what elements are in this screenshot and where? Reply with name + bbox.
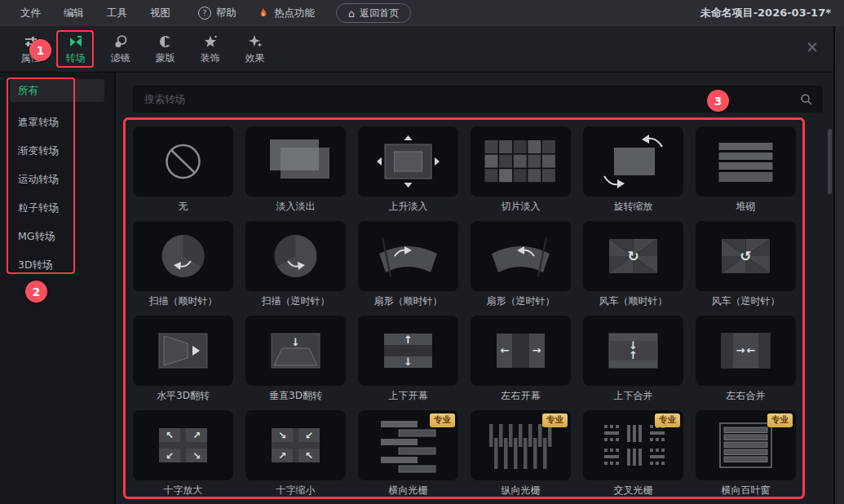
properties-icon	[24, 34, 38, 49]
svg-text:↘: ↘	[192, 450, 201, 462]
vertical-scrollbar[interactable]	[828, 129, 832, 194]
flame-icon	[258, 7, 269, 20]
transition-tile-raster-v[interactable]: 专业纵向光栅	[471, 410, 571, 496]
open-v-icon: ↑↓	[358, 316, 458, 386]
sidebar-item-2[interactable]: 渐变转场	[0, 137, 114, 166]
stack-icon	[696, 126, 796, 197]
transition-tile-flip-v[interactable]: ↓垂直3D翻转	[245, 316, 346, 401]
svg-text:↖: ↖	[305, 450, 313, 462]
transition-thumb: ↺	[696, 221, 796, 291]
transition-thumb: 专业	[471, 410, 571, 480]
sidebar-item-label: 遮罩转场	[18, 116, 59, 130]
transition-label: 交叉光栅	[583, 484, 683, 496]
transition-thumb: ↘↙↗↖	[245, 410, 346, 480]
transition-label: 左右合并	[696, 390, 796, 401]
transition-tile-rise-fade[interactable]: 上升淡入	[358, 126, 458, 212]
transition-tile-crossfade[interactable]: 淡入淡出	[245, 126, 346, 212]
transition-thumb: 专业	[696, 410, 796, 480]
transition-thumb	[358, 126, 458, 197]
fan-cw-icon	[358, 221, 458, 291]
transition-tile-cross-zoom-out[interactable]: ↘↙↗↖十字缩小	[245, 410, 346, 496]
transition-grid: 无淡入淡出上升淡入切片淡入旋转缩放堆砌扫描（顺时针）扫描（逆时针）扇形（顺时针）…	[133, 126, 833, 496]
tab-effects[interactable]: 效果	[232, 33, 277, 65]
transition-tile-fan-cw[interactable]: 扇形（顺时针）	[358, 221, 458, 307]
transition-thumb	[471, 126, 571, 197]
transition-label: 垂直3D翻转	[245, 390, 346, 401]
transition-label: 横向百叶窗	[696, 484, 796, 496]
transition-tile-blinds-h[interactable]: 专业横向百叶窗	[696, 410, 796, 496]
transition-tile-cross-zoom-in[interactable]: ↖↗↙↘十字放大	[133, 410, 233, 496]
transition-thumb: ↖↗↙↘	[133, 410, 233, 480]
transition-tile-open-h[interactable]: ←→左右开幕	[471, 316, 571, 401]
transition-thumb: ←→	[471, 316, 571, 386]
transition-tile-raster-cross[interactable]: 专业交叉光栅	[583, 410, 683, 496]
transition-thumb	[133, 126, 233, 197]
help-menu[interactable]: ? 帮助	[198, 7, 236, 20]
sidebar-item-label: 粒子转场	[18, 201, 59, 215]
sidebar-item-label: 3D转场	[18, 259, 53, 272]
sidebar-item-5[interactable]: MG转场	[0, 223, 114, 251]
svg-text:↑: ↑	[404, 334, 413, 346]
sidebar-item-1[interactable]: 遮罩转场	[0, 108, 114, 137]
tab-label: 蒙版	[156, 51, 175, 65]
tab-properties[interactable]: 属性	[8, 33, 53, 65]
transition-tile-merge-h[interactable]: →←左右合并	[696, 316, 796, 401]
menu-item-2[interactable]: 工具	[107, 7, 127, 20]
search-icon[interactable]	[800, 93, 813, 106]
transition-tile-fan-ccw[interactable]: 扇形（逆时针）	[471, 221, 571, 307]
svg-text:↙: ↙	[305, 430, 313, 441]
transition-thumb: 专业	[358, 410, 458, 480]
tab-decorate[interactable]: 装饰	[188, 33, 232, 65]
transition-thumb: ↓	[245, 316, 346, 386]
sidebar-item-4[interactable]: 粒子转场	[0, 194, 114, 223]
none-icon	[133, 126, 233, 197]
rise-fade-icon	[358, 126, 458, 197]
transition-tile-rotate-zoom[interactable]: 旋转缩放	[583, 126, 683, 212]
svg-text:↓: ↓	[291, 336, 300, 348]
menu-item-1[interactable]: 编辑	[64, 7, 84, 20]
pinwheel-cw-icon: ↻	[583, 221, 683, 291]
transition-label: 扫描（顺时针）	[133, 295, 233, 307]
transition-tile-sweep-cw[interactable]: 扫描（顺时针）	[133, 221, 233, 307]
transition-tile-raster-h[interactable]: 专业横向光栅	[358, 410, 458, 496]
tab-transition[interactable]: 转场	[53, 33, 98, 65]
menu-item-0[interactable]: 文件	[20, 7, 41, 20]
panel-tabs: 属性转场滤镜蒙版装饰效果	[8, 33, 277, 65]
transition-label: 十字缩小	[245, 484, 346, 496]
transition-tile-pinwheel-ccw[interactable]: ↺风车（逆时针）	[696, 221, 796, 307]
help-label: 帮助	[216, 7, 236, 20]
transition-icon	[68, 34, 83, 49]
menu-item-3[interactable]: 视图	[150, 7, 170, 20]
transition-tile-none[interactable]: 无	[133, 126, 233, 212]
transition-tile-flip-h[interactable]: 水平3D翻转	[133, 316, 233, 401]
tab-mask[interactable]: 蒙版	[143, 33, 188, 65]
sidebar-item-3[interactable]: 运动转场	[0, 166, 114, 194]
transition-label: 无	[133, 201, 233, 212]
tab-filter[interactable]: 滤镜	[98, 33, 143, 65]
transition-label: 堆砌	[696, 201, 796, 212]
transition-tile-slice-fade[interactable]: 切片淡入	[471, 126, 571, 212]
panel-tabbar: 属性转场滤镜蒙版装饰效果 ×	[0, 26, 833, 73]
transition-panel: 无淡入淡出上升淡入切片淡入旋转缩放堆砌扫描（顺时针）扫描（逆时针）扇形（顺时针）…	[117, 72, 833, 504]
svg-text:←: ←	[747, 344, 756, 356]
transition-thumb	[245, 126, 346, 197]
sidebar-item-6[interactable]: 3D转场	[0, 251, 114, 280]
svg-text:↗: ↗	[192, 430, 201, 441]
filter-icon	[113, 34, 128, 49]
hot-features-menu[interactable]: 热点功能	[258, 7, 315, 20]
transition-tile-stack[interactable]: 堆砌	[696, 126, 796, 212]
transition-tile-pinwheel-cw[interactable]: ↻风车（顺时针）	[583, 221, 683, 307]
transition-tile-open-v[interactable]: ↑↓上下开幕	[358, 316, 458, 401]
flip-h-icon	[133, 316, 233, 386]
transition-tile-sweep-ccw[interactable]: 扫描（逆时针）	[245, 221, 346, 307]
transition-label: 上升淡入	[358, 201, 458, 212]
svg-text:↖: ↖	[166, 430, 174, 441]
transition-tile-merge-v[interactable]: ↓↑上下合并	[583, 316, 683, 401]
back-home-button[interactable]: ⌂ 返回首页	[336, 3, 411, 23]
close-icon[interactable]: ×	[806, 39, 819, 55]
search-input[interactable]	[143, 92, 800, 106]
transition-thumb: ↓↑	[583, 316, 683, 386]
transition-label: 旋转缩放	[583, 201, 683, 212]
pro-badge: 专业	[767, 413, 793, 427]
sidebar-item-0[interactable]: 所有	[10, 79, 104, 102]
